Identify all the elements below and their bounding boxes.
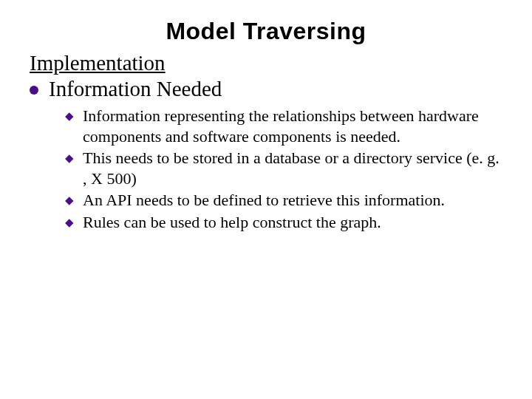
list-item-text: An API needs to be defined to retrieve t… — [83, 190, 445, 211]
list-item: ◆ An API needs to be defined to retrieve… — [65, 190, 502, 211]
list-item-text: This needs to be stored in a database or… — [83, 148, 502, 188]
list-item: ◆ Rules can be used to help construct th… — [65, 212, 502, 233]
slide-subtitle: Implementation — [30, 51, 502, 75]
list-item: ◆ Information representing the relations… — [65, 106, 502, 146]
diamond-bullet-icon: ◆ — [65, 194, 74, 207]
list-item-text: Rules can be used to help construct the … — [83, 212, 381, 233]
list-item-text: Information Needed — [49, 77, 222, 101]
slide: Model Traversing Implementation Informat… — [0, 0, 532, 399]
diamond-bullet-icon: ◆ — [65, 151, 74, 165]
bullet-list-level1: Information Needed — [30, 77, 502, 101]
list-item-text: Information representing the relationshi… — [83, 106, 502, 146]
list-item: ◆ This needs to be stored in a database … — [65, 148, 502, 188]
slide-title: Model Traversing — [30, 18, 502, 45]
diamond-bullet-icon: ◆ — [65, 109, 74, 123]
bullet-list-level2: ◆ Information representing the relations… — [65, 106, 502, 232]
circle-bullet-icon — [30, 86, 38, 95]
list-item: Information Needed — [30, 77, 502, 101]
diamond-bullet-icon: ◆ — [65, 216, 74, 229]
